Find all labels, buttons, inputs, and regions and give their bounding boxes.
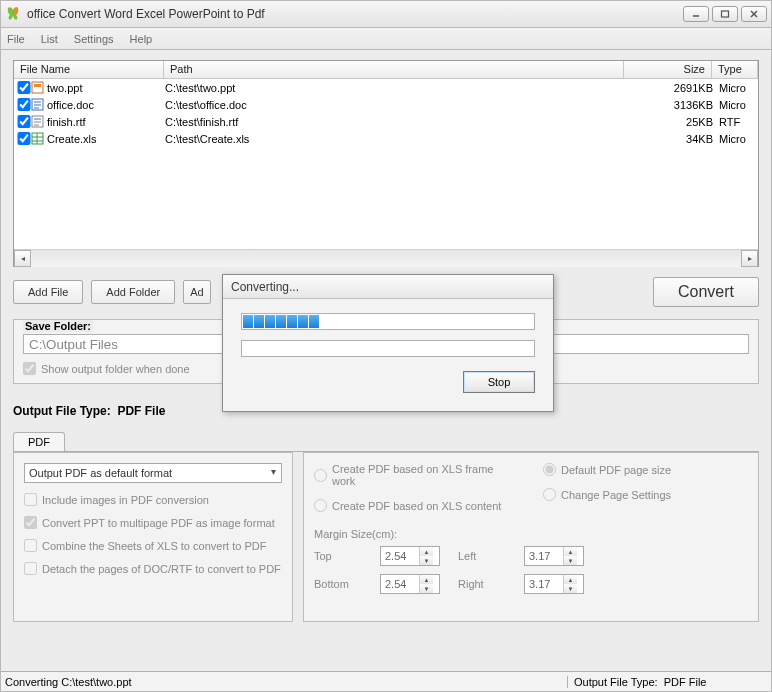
cell-filename: office.doc: [47, 99, 165, 111]
include-images-label: Include images in PDF conversion: [42, 494, 209, 506]
tab-pdf[interactable]: PDF: [13, 432, 65, 451]
margin-grid: Top ▲▼ Left ▲▼ Bottom ▲▼ Right ▲▼: [314, 546, 748, 594]
spin-up-icon[interactable]: ▲: [564, 547, 577, 556]
app-logo-icon: [5, 6, 21, 22]
menu-settings[interactable]: Settings: [74, 33, 114, 45]
margin-right-label: Right: [458, 578, 506, 590]
row-checkbox[interactable]: [17, 81, 31, 94]
cell-size: 25KB: [625, 116, 713, 128]
spin-down-icon[interactable]: ▼: [420, 584, 433, 593]
cell-path: C:\test\finish.rtf: [165, 116, 625, 128]
menu-file[interactable]: File: [7, 33, 25, 45]
status-right: Output File Type: PDF File: [567, 676, 767, 688]
maximize-button[interactable]: [712, 6, 738, 22]
file-table: File Name Path Size Type two.ppt C:\test…: [13, 60, 759, 267]
margin-bottom-spinner[interactable]: ▲▼: [380, 574, 440, 594]
change-page-label: Change Page Settings: [561, 489, 671, 501]
table-row[interactable]: finish.rtf C:\test\finish.rtf 25KB RTF: [14, 113, 758, 130]
menubar: File List Settings Help: [0, 28, 772, 50]
convert-button[interactable]: Convert: [653, 277, 759, 307]
detach-doc-checkbox[interactable]: [24, 562, 37, 575]
table-row[interactable]: two.ppt C:\test\two.ppt 2691KB Micro: [14, 79, 758, 96]
spin-down-icon[interactable]: ▼: [564, 584, 577, 593]
default-size-label: Default PDF page size: [561, 464, 671, 476]
row-checkbox[interactable]: [17, 132, 31, 145]
col-type[interactable]: Type: [712, 61, 758, 78]
table-header: File Name Path Size Type: [14, 61, 758, 79]
cell-size: 3136KB: [625, 99, 713, 111]
doc-icon: [31, 98, 45, 111]
window-controls: [683, 6, 767, 22]
scroll-track[interactable]: [31, 250, 741, 267]
cell-path: C:\test\office.doc: [165, 99, 625, 111]
include-images-checkbox[interactable]: [24, 493, 37, 506]
scroll-left-icon[interactable]: ◂: [14, 250, 31, 267]
combine-xls-checkbox[interactable]: [24, 539, 37, 552]
menu-list[interactable]: List: [41, 33, 58, 45]
xls-content-label: Create PDF based on XLS content: [332, 500, 501, 512]
table-row[interactable]: Create.xls C:\test\Create.xls 34KB Micro: [14, 130, 758, 147]
col-size[interactable]: Size: [624, 61, 712, 78]
menu-help[interactable]: Help: [130, 33, 153, 45]
scroll-right-icon[interactable]: ▸: [741, 250, 758, 267]
spin-down-icon[interactable]: ▼: [420, 556, 433, 565]
titlebar: office Convert Word Excel PowerPoint to …: [0, 0, 772, 28]
output-format-select[interactable]: Output PDF as default format: [24, 463, 282, 483]
window-title: office Convert Word Excel PowerPoint to …: [27, 7, 265, 21]
cell-size: 2691KB: [625, 82, 713, 94]
status-left: Converting C:\test\two.ppt: [5, 676, 132, 688]
xls-frame-radio[interactable]: [314, 469, 327, 482]
page-options-box: Create PDF based on XLS frame work Creat…: [303, 452, 759, 622]
converting-dialog: Converting... Stop: [222, 274, 554, 412]
cell-path: C:\test\Create.xls: [165, 133, 625, 145]
svg-rect-1: [722, 11, 729, 17]
row-checkbox[interactable]: [17, 98, 31, 111]
pdf-options-box: Output PDF as default format Include ima…: [13, 452, 293, 622]
close-button[interactable]: [741, 6, 767, 22]
svg-rect-4: [32, 82, 43, 93]
add-folder-button[interactable]: Add Folder: [91, 280, 175, 304]
col-filename[interactable]: File Name: [14, 61, 164, 78]
ppt-icon: [31, 81, 45, 94]
spin-up-icon[interactable]: ▲: [564, 575, 577, 584]
col-path[interactable]: Path: [164, 61, 624, 78]
stop-button[interactable]: Stop: [463, 371, 535, 393]
margin-top-spinner[interactable]: ▲▼: [380, 546, 440, 566]
convert-ppt-checkbox[interactable]: [24, 516, 37, 529]
row-checkbox[interactable]: [17, 115, 31, 128]
detach-doc-label: Detach the pages of DOC/RTF to convert t…: [42, 563, 281, 575]
default-size-radio[interactable]: [543, 463, 556, 476]
add-url-button-partial[interactable]: Ad: [183, 280, 211, 304]
horizontal-scrollbar[interactable]: ◂ ▸: [14, 249, 758, 266]
margin-bottom-label: Bottom: [314, 578, 362, 590]
minimize-button[interactable]: [683, 6, 709, 22]
progress-bar-main: [241, 313, 535, 330]
rtf-icon: [31, 115, 45, 128]
combine-xls-label: Combine the Sheets of XLS to convert to …: [42, 540, 266, 552]
xls-frame-label: Create PDF based on XLS frame work: [332, 463, 519, 487]
svg-rect-5: [34, 84, 41, 87]
margin-size-label: Margin Size(cm):: [314, 528, 748, 540]
spin-down-icon[interactable]: ▼: [564, 556, 577, 565]
cell-type: Micro: [713, 133, 758, 145]
tab-strip: PDF: [13, 432, 759, 451]
xls-icon: [31, 132, 45, 145]
cell-type: Micro: [713, 82, 758, 94]
xls-content-radio[interactable]: [314, 499, 327, 512]
dialog-title: Converting...: [223, 275, 553, 299]
statusbar: Converting C:\test\two.ppt Output File T…: [1, 671, 771, 691]
cell-filename: finish.rtf: [47, 116, 165, 128]
cell-size: 34KB: [625, 133, 713, 145]
spin-up-icon[interactable]: ▲: [420, 547, 433, 556]
show-output-checkbox[interactable]: [23, 362, 36, 375]
cell-type: RTF: [713, 116, 758, 128]
margin-top-label: Top: [314, 550, 362, 562]
spin-up-icon[interactable]: ▲: [420, 575, 433, 584]
margin-right-spinner[interactable]: ▲▼: [524, 574, 584, 594]
margin-left-spinner[interactable]: ▲▼: [524, 546, 584, 566]
save-folder-legend: Save Folder:: [23, 320, 93, 332]
add-file-button[interactable]: Add File: [13, 280, 83, 304]
change-page-radio[interactable]: [543, 488, 556, 501]
table-row[interactable]: office.doc C:\test\office.doc 3136KB Mic…: [14, 96, 758, 113]
margin-left-label: Left: [458, 550, 506, 562]
